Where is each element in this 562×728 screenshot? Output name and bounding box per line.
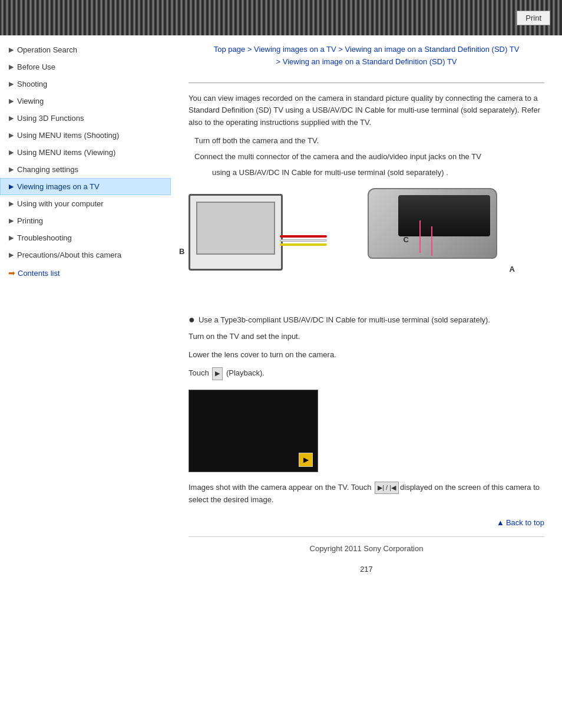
illustration-area: B A C (189, 188, 544, 306)
tv-screen (196, 202, 275, 255)
sidebar-item-label: Precautions/About this camera (17, 251, 121, 259)
sidebar-arrow-icon: ▶ (9, 63, 14, 71)
sidebar-item-viewing[interactable]: ▶Viewing (0, 93, 171, 110)
sidebar-item-label: Using MENU items (Viewing) (17, 148, 115, 157)
cable-white (280, 239, 327, 242)
sidebar-item-label: Using 3D Functions (17, 114, 84, 123)
sidebar-arrow-icon: ▶ (9, 131, 14, 139)
camera-screen (398, 195, 490, 236)
triangle-icon: ▲ (497, 518, 504, 527)
sidebar-item-viewing-on-tv[interactable]: ▶Viewing images on a TV (0, 178, 171, 195)
step2-sub-text: using a USB/AV/DC IN Cable for multi-use… (212, 167, 544, 179)
back-to-top[interactable]: ▲Back to top (189, 518, 544, 527)
sidebar-arrow-icon: ▶ (9, 46, 14, 54)
playback-screenshot: ▶ (189, 390, 318, 472)
label-b: B (179, 247, 184, 256)
sidebar-item-printing[interactable]: ▶Printing (0, 212, 171, 229)
label-c: C (404, 235, 409, 244)
sidebar-arrow-icon: ▶ (9, 166, 14, 173)
cable-red (280, 235, 327, 238)
copyright-text: Copyright 2011 Sony Corporation (310, 544, 424, 553)
pink-connector-2 (419, 220, 421, 253)
bullet-dot-icon: ● (189, 314, 195, 325)
sidebar-item-using-3d[interactable]: ▶Using 3D Functions (0, 110, 171, 127)
sidebar-item-shooting[interactable]: ▶Shooting (0, 75, 171, 93)
step5-text: Touch ▶ (Playback). (189, 367, 544, 380)
breadcrumb-viewing-sd[interactable]: Viewing an image on a Standard Definitio… (345, 45, 520, 54)
sidebar-arrow-icon: ▶ (9, 114, 14, 122)
playback-inline-icon: ▶ (212, 367, 223, 380)
breadcrumb: Top page > Viewing images on a TV > View… (189, 44, 544, 68)
sidebar-arrow-icon: ▶ (9, 183, 14, 190)
step6-text: Images shot with the camera appear on th… (189, 482, 544, 506)
sidebar-item-label: Shooting (17, 80, 47, 88)
breadcrumb-top[interactable]: Top page (214, 45, 246, 54)
intro-text: You can view images recorded on the came… (189, 93, 544, 129)
header-stripe: Print (0, 0, 562, 35)
breadcrumb-sep3: > (276, 57, 282, 66)
sidebar-arrow-icon: ▶ (9, 217, 14, 225)
contents-list-link[interactable]: ➡ Contents list (0, 263, 171, 282)
cable-yellow (280, 243, 327, 246)
step1-text: Turn off both the camera and the TV. (194, 135, 544, 147)
playback-button-icon: ▶ (299, 453, 313, 467)
footer: Copyright 2011 Sony Corporation (189, 536, 544, 553)
camera-illustration (368, 188, 497, 259)
sidebar-item-label: Troubleshooting (17, 233, 72, 242)
sidebar-item-label: Operation Search (17, 45, 77, 54)
contents-arrow-icon: ➡ (8, 268, 15, 278)
sidebar-item-operation-search[interactable]: ▶Operation Search (0, 41, 171, 58)
sidebar-item-precautions[interactable]: ▶Precautions/About this camera (0, 246, 171, 263)
step5-prefix: Touch (189, 368, 211, 377)
sidebar-item-using-menu-viewing[interactable]: ▶Using MENU items (Viewing) (0, 144, 171, 161)
pink-connector-1 (431, 226, 432, 256)
sidebar-item-label: Using MENU items (Shooting) (17, 131, 119, 140)
sidebar-item-using-menu-shooting[interactable]: ▶Using MENU items (Shooting) (0, 127, 171, 144)
sidebar-arrow-icon: ▶ (9, 200, 14, 207)
cable-area (280, 235, 327, 246)
bullet-note-text: Use a Type3b-compliant USB/AV/DC IN Cabl… (199, 315, 490, 324)
back-to-top-label: Back to top (506, 518, 544, 527)
sidebar: ▶Operation Search▶Before Use▶Shooting▶Vi… (0, 35, 171, 597)
label-a: A (510, 265, 515, 274)
sidebar-arrow-icon: ▶ (9, 97, 14, 105)
sidebar-item-label: Viewing (17, 97, 44, 106)
print-button[interactable]: Print (517, 11, 550, 25)
sidebar-item-label: Before Use (17, 62, 55, 71)
sidebar-arrow-icon: ▶ (9, 80, 14, 88)
breadcrumb-sep1: > (245, 45, 254, 54)
sidebar-item-label: Using with your computer (17, 199, 104, 208)
sidebar-arrow-icon: ▶ (9, 251, 14, 259)
content-area: Top page > Viewing images on a TV > View… (171, 35, 562, 597)
sidebar-item-before-use[interactable]: ▶Before Use (0, 58, 171, 75)
tv-illustration (189, 194, 283, 271)
sidebar-item-label: Viewing images on a TV (17, 182, 100, 191)
next-prev-icon: ▶| / |◀ (375, 482, 399, 495)
step2-main-text: Connect the multi connector of the camer… (194, 151, 544, 163)
breadcrumb-viewing-sd2[interactable]: Viewing an image on a Standard Definitio… (283, 57, 457, 66)
back-to-top-link[interactable]: ▲Back to top (497, 518, 544, 527)
step5-suffix: (Playback). (224, 368, 265, 377)
sidebar-arrow-icon: ▶ (9, 234, 14, 242)
page-title-section (189, 78, 544, 83)
main-container: ▶Operation Search▶Before Use▶Shooting▶Vi… (0, 35, 562, 597)
sidebar-item-label: Changing settings (17, 165, 78, 174)
sidebar-item-label: Printing (17, 216, 43, 225)
sidebar-item-using-computer[interactable]: ▶Using with your computer (0, 195, 171, 212)
step6-prefix: Images shot with the camera appear on th… (189, 483, 373, 492)
page-number: 217 (189, 565, 544, 585)
sidebar-arrow-icon: ▶ (9, 149, 14, 156)
sidebar-item-troubleshooting[interactable]: ▶Troubleshooting (0, 229, 171, 246)
breadcrumb-sep2: > (336, 45, 345, 54)
breadcrumb-viewing-tv[interactable]: Viewing images on a TV (254, 45, 336, 54)
step4-text: Lower the lens cover to turn on the came… (189, 349, 544, 361)
contents-list-label: Contents list (18, 269, 60, 278)
step3-text: Turn on the TV and set the input. (189, 331, 544, 343)
bullet-note: ● Use a Type3b-compliant USB/AV/DC IN Ca… (189, 315, 544, 325)
sidebar-item-changing-settings[interactable]: ▶Changing settings (0, 161, 171, 178)
